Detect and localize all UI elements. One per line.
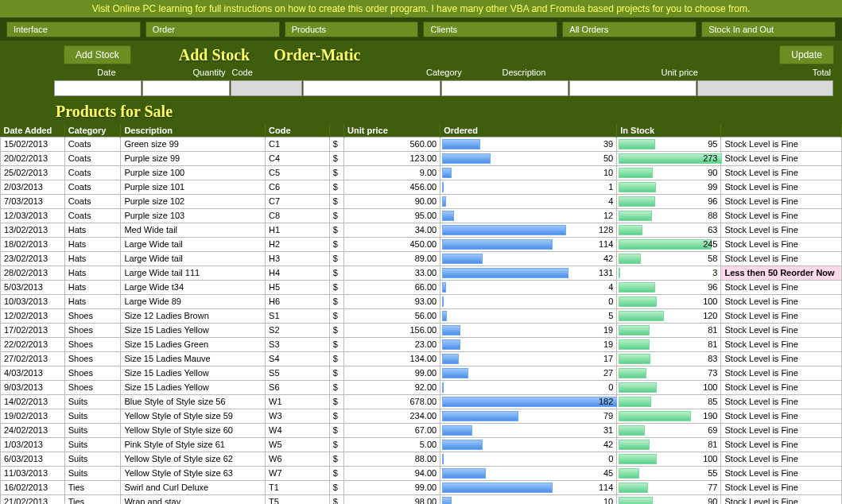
col-desc[interactable]: Description xyxy=(121,124,266,138)
status-badge: Stock Level is Fine xyxy=(721,366,842,381)
col-code[interactable]: Code xyxy=(266,124,330,138)
date-input[interactable] xyxy=(54,80,142,96)
status-badge: Stock Level is Fine xyxy=(721,438,842,452)
status-badge: Stock Level is Fine xyxy=(721,309,842,324)
col-ord[interactable]: Ordered xyxy=(440,124,617,138)
table-row[interactable]: 21/02/2013TiesWrap and stayT5$98.001090S… xyxy=(1,495,842,505)
status-badge: Stock Level is Fine xyxy=(721,138,842,152)
status-badge: Stock Level is Fine xyxy=(721,195,842,209)
unitprice-input[interactable] xyxy=(569,80,696,96)
status-badge: Stock Level is Fine xyxy=(721,252,842,266)
col-stock[interactable]: In Stock xyxy=(617,124,721,138)
title-order-matic: Order-Matic xyxy=(274,46,360,64)
status-badge: Less then 50 Reorder Now xyxy=(721,266,842,281)
table-row[interactable]: 4/03/2013ShoesSize 15 Ladies YellowS5$99… xyxy=(1,366,842,381)
description-input[interactable] xyxy=(441,80,568,96)
status-badge: Stock Level is Fine xyxy=(721,409,842,424)
update-button[interactable]: Update xyxy=(779,45,834,64)
table-row[interactable]: 18/02/2013HatsLarge Wide tailH2$450.0011… xyxy=(1,238,842,252)
category-input[interactable] xyxy=(303,80,440,96)
entry-row xyxy=(0,79,842,101)
table-row[interactable]: 13/02/2013HatsMed Wide tailH1$34.0012863… xyxy=(1,223,842,238)
tab-stock[interactable]: Stock In and Out xyxy=(701,21,836,37)
tab-order[interactable]: Order xyxy=(146,21,280,37)
table-row[interactable]: 10/03/2013HatsLarge Wide 89H6$93.000100S… xyxy=(1,295,842,309)
status-badge: Stock Level is Fine xyxy=(721,324,842,338)
table-row[interactable]: 22/02/2013ShoesSize 15 Ladies GreenS3$23… xyxy=(1,338,842,352)
status-badge: Stock Level is Fine xyxy=(721,424,842,438)
section-title: Products for Sale xyxy=(0,101,842,124)
col-uprice[interactable]: Unit price xyxy=(344,124,440,138)
status-badge: Stock Level is Fine xyxy=(721,467,842,481)
table-row[interactable]: 20/02/2013CoatsPurple size 99C4$123.0050… xyxy=(1,152,842,166)
status-badge: Stock Level is Fine xyxy=(721,452,842,467)
table-row[interactable]: 15/02/2013CoatsGreen size 99C1$560.00399… xyxy=(1,138,842,152)
products-grid: Date Added Category Description Code Uni… xyxy=(0,124,842,504)
table-row[interactable]: 23/02/2013HatsLarge Wide tailH3$89.00425… xyxy=(1,252,842,266)
col-cat[interactable]: Category xyxy=(64,124,121,138)
table-row[interactable]: 6/03/2013SuitsYellow Style of Style size… xyxy=(1,452,842,467)
table-row[interactable]: 17/02/2013ShoesSize 15 Ladies YellowS2$1… xyxy=(1,324,842,338)
status-badge: Stock Level is Fine xyxy=(721,338,842,352)
head-cat: Category xyxy=(295,66,464,79)
table-row[interactable]: 25/02/2013CoatsPurple size 100C5$9.00109… xyxy=(1,166,842,180)
table-row[interactable]: 16/02/2013TiesSwirl and Curl DeluxeT1$99… xyxy=(1,481,842,495)
tab-products[interactable]: Products xyxy=(285,21,419,37)
head-desc: Description xyxy=(465,66,584,79)
title-add-stock: Add Stock xyxy=(179,46,250,64)
col-status xyxy=(721,124,842,138)
nav-tabs: Interface Order Products Clients All Ord… xyxy=(0,18,842,41)
head-uprice: Unit price xyxy=(583,66,701,79)
table-row[interactable]: 19/02/2013SuitsYellow Style of Style siz… xyxy=(1,409,842,424)
table-row[interactable]: 7/03/2013CoatsPurple size 102C7$90.00496… xyxy=(1,195,842,209)
status-badge: Stock Level is Fine xyxy=(721,152,842,166)
table-row[interactable]: 12/02/2013ShoesSize 12 Ladies BrownS1$56… xyxy=(1,309,842,324)
status-badge: Stock Level is Fine xyxy=(721,352,842,366)
status-badge: Stock Level is Fine xyxy=(721,209,842,223)
col-date[interactable]: Date Added xyxy=(1,124,65,138)
banner: Visit Online PC learning for full instru… xyxy=(0,0,842,18)
total-input[interactable] xyxy=(697,80,833,96)
quantity-input[interactable] xyxy=(142,80,230,96)
table-row[interactable]: 2/03/2013CoatsPurple size 101C6$456.0019… xyxy=(1,180,842,195)
table-row[interactable]: 28/02/2013HatsLarge Wide tail 111H4$33.0… xyxy=(1,266,842,281)
status-badge: Stock Level is Fine xyxy=(721,495,842,505)
status-badge: Stock Level is Fine xyxy=(721,481,842,495)
entry-header: Date Quantity Code Category Description … xyxy=(0,66,842,79)
status-badge: Stock Level is Fine xyxy=(721,238,842,252)
head-code: Code xyxy=(228,66,295,79)
table-row[interactable]: 5/03/2013HatsLarge Wide t34H5$66.00496St… xyxy=(1,281,842,295)
tab-interface[interactable]: Interface xyxy=(6,21,141,37)
status-badge: Stock Level is Fine xyxy=(721,281,842,295)
status-badge: Stock Level is Fine xyxy=(721,223,842,238)
status-badge: Stock Level is Fine xyxy=(721,180,842,195)
status-badge: Stock Level is Fine xyxy=(721,395,842,409)
head-qty: Quantity xyxy=(147,66,228,79)
table-row[interactable]: 9/03/2013ShoesSize 15 Ladies YellowS6$92… xyxy=(1,381,842,395)
table-row[interactable]: 27/02/2013ShoesSize 15 Ladies MauveS4$13… xyxy=(1,352,842,366)
tab-clients[interactable]: Clients xyxy=(423,21,557,37)
head-total: Total xyxy=(701,66,834,79)
table-row[interactable]: 24/02/2013SuitsYellow Style of Style siz… xyxy=(1,424,842,438)
status-badge: Stock Level is Fine xyxy=(721,381,842,395)
table-row[interactable]: 11/03/2013SuitsYellow Style of Style siz… xyxy=(1,467,842,481)
table-row[interactable]: 1/03/2013SuitsPink Style of Style size 6… xyxy=(1,438,842,452)
topbar: Add Stock Add Stock Order-Matic Update xyxy=(0,41,842,66)
table-row[interactable]: 12/03/2013CoatsPurple size 103C8$95.0012… xyxy=(1,209,842,223)
tab-allorders[interactable]: All Orders xyxy=(562,21,696,37)
col-curr xyxy=(329,124,343,138)
status-badge: Stock Level is Fine xyxy=(721,295,842,309)
add-stock-button[interactable]: Add Stock xyxy=(64,45,131,64)
head-date: Date xyxy=(66,66,147,79)
code-input[interactable] xyxy=(231,80,302,96)
table-row[interactable]: 14/02/2013SuitsBlue Style of Style size … xyxy=(1,395,842,409)
status-badge: Stock Level is Fine xyxy=(721,166,842,180)
